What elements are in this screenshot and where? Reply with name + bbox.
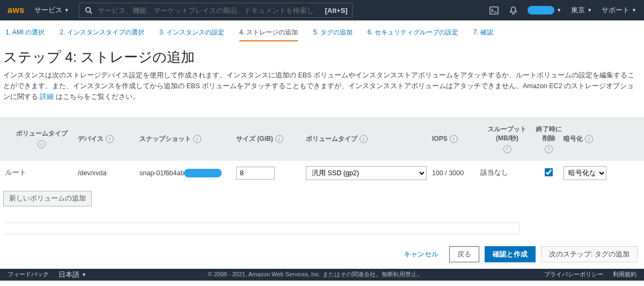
caret-down-icon: ▼ <box>587 8 592 13</box>
account-name-redacted <box>528 6 554 15</box>
desc-text-after: はこちらをご覧ください。 <box>54 93 139 101</box>
language-label: 日本語 <box>58 270 79 280</box>
info-icon[interactable]: i <box>503 145 511 153</box>
caret-down-icon: ▼ <box>64 8 69 13</box>
next-step-button[interactable]: 次のステップ: タグの追加 <box>541 246 638 262</box>
delete-on-term-checkbox[interactable] <box>545 168 553 176</box>
storage-table: ボリュームタイプi デバイスi スナップショットi サイズ (GiB)i ボリュ… <box>0 117 644 185</box>
snapshot-redacted <box>184 169 222 177</box>
cell-snapshot: snap-01f6b4ab <box>140 169 236 177</box>
info-icon[interactable]: i <box>545 145 553 153</box>
info-banner <box>4 223 519 234</box>
caret-down-icon: ▼ <box>557 8 561 13</box>
region-menu[interactable]: 東京 ▼ <box>571 5 592 15</box>
svg-point-0 <box>85 8 90 12</box>
info-icon[interactable]: i <box>585 135 593 143</box>
support-menu[interactable]: サポート ▼ <box>602 5 636 15</box>
cell-device: /dev/xvda <box>78 169 140 177</box>
info-icon[interactable]: i <box>360 135 368 143</box>
search-input[interactable] <box>98 6 321 15</box>
aws-logo[interactable]: aws <box>8 5 25 15</box>
table-header: ボリュームタイプi デバイスi スナップショットi サイズ (GiB)i ボリュ… <box>0 117 644 161</box>
wizard-step-4[interactable]: 4. ストレージの追加 <box>239 28 298 41</box>
caret-down-icon: ▼ <box>82 272 86 277</box>
copyright-text: © 2008 - 2021, Amazon Web Services, Inc.… <box>96 270 535 278</box>
cell-delterm <box>534 169 564 177</box>
cell-size <box>236 167 306 180</box>
services-label: サービス <box>34 5 62 15</box>
language-menu[interactable]: 日本語 ▼ <box>58 270 86 280</box>
th-snapshot: スナップショットi <box>140 134 236 144</box>
wizard-step-1[interactable]: 1. AMI の選択 <box>5 28 45 41</box>
cell-encrypt: 暗号化な <box>564 166 644 180</box>
page-title: ステップ 4: ストレージの追加 <box>3 48 641 67</box>
notifications-icon[interactable] <box>508 5 518 15</box>
th-size: サイズ (GiB)i <box>236 134 306 144</box>
cancel-button[interactable]: キャンセル <box>398 246 444 262</box>
add-volume-button[interactable]: 新しいボリュームの追加 <box>3 191 92 206</box>
wizard-step-2[interactable]: 2. インスタンスタイプの選択 <box>60 28 144 41</box>
back-button[interactable]: 戻る <box>449 246 479 262</box>
snapshot-prefix: snap-01f6b4ab <box>140 169 184 177</box>
wizard-step-7[interactable]: 7. 確認 <box>473 28 493 41</box>
th-throughput: スループット (MB/秒)i <box>480 125 534 153</box>
terms-link[interactable]: 利用規約 <box>613 270 636 278</box>
support-label: サポート <box>602 5 630 15</box>
th-encrypt: 暗号化i <box>564 134 644 144</box>
account-menu[interactable]: ▼ <box>528 6 561 15</box>
size-input[interactable] <box>236 167 275 180</box>
th-volume: ボリュームタイプi <box>5 129 78 148</box>
feedback-link[interactable]: フィードバック <box>8 270 49 278</box>
privacy-link[interactable]: プライバシーポリシー <box>544 270 603 278</box>
cloudshell-icon[interactable] <box>489 5 499 15</box>
info-icon[interactable]: i <box>450 135 458 143</box>
wizard-step-6[interactable]: 6. セキュリティグループの設定 <box>368 28 458 41</box>
wizard-step-5[interactable]: 5. タグの追加 <box>313 28 352 41</box>
svg-line-1 <box>90 12 92 14</box>
info-icon[interactable]: i <box>106 135 114 143</box>
info-icon[interactable]: i <box>275 135 283 143</box>
review-launch-button[interactable]: 確認と作成 <box>485 246 536 262</box>
encryption-select[interactable]: 暗号化な <box>564 166 606 180</box>
info-icon[interactable]: i <box>38 140 46 148</box>
top-nav: aws サービス ▼ [Alt+S] ▼ 東京 ▼ サポート ▼ <box>0 0 644 20</box>
search-box[interactable]: [Alt+S] <box>79 3 353 18</box>
table-row: ルート /dev/xvda snap-01f6b4ab 汎用 SSD (gp2)… <box>0 161 644 185</box>
wizard-steps: 1. AMI の選択 2. インスタンスタイプの選択 3. インスタンスの設定 … <box>0 20 644 48</box>
footer-buttons: キャンセル 戻る 確認と作成 次のステップ: タグの追加 <box>0 234 644 269</box>
caret-down-icon: ▼ <box>632 8 636 13</box>
info-icon[interactable]: i <box>193 135 201 143</box>
th-device: デバイスi <box>78 134 140 144</box>
learn-more-link[interactable]: 詳細 <box>40 93 54 101</box>
volume-type-select[interactable]: 汎用 SSD (gp2) <box>306 166 427 180</box>
cell-voltype: ルート <box>5 168 78 177</box>
svg-rect-2 <box>490 6 498 13</box>
region-label: 東京 <box>571 5 585 15</box>
wizard-step-3[interactable]: 3. インスタンスの設定 <box>159 28 224 41</box>
footer-bar: フィードバック 日本語 ▼ © 2008 - 2021, Amazon Web … <box>0 269 644 281</box>
page-description: インスタンスは次のストレージデバイス設定を使用して作成されます。インスタンスに追… <box>3 70 641 102</box>
th-voltype2: ボリュームタイプi <box>306 134 432 144</box>
page-content: ステップ 4: ストレージの追加 インスタンスは次のストレージデバイス設定を使用… <box>0 48 644 106</box>
th-iops: IOPSi <box>432 135 480 143</box>
search-shortcut: [Alt+S] <box>325 6 347 15</box>
cell-throughput: 該当なし <box>480 168 534 177</box>
th-delterm: 終了時に削除i <box>534 125 564 153</box>
cell-voltype2: 汎用 SSD (gp2) <box>306 166 432 180</box>
cell-iops: 100 / 3000 <box>432 169 480 177</box>
services-menu[interactable]: サービス ▼ <box>34 5 69 15</box>
search-icon <box>84 5 93 15</box>
